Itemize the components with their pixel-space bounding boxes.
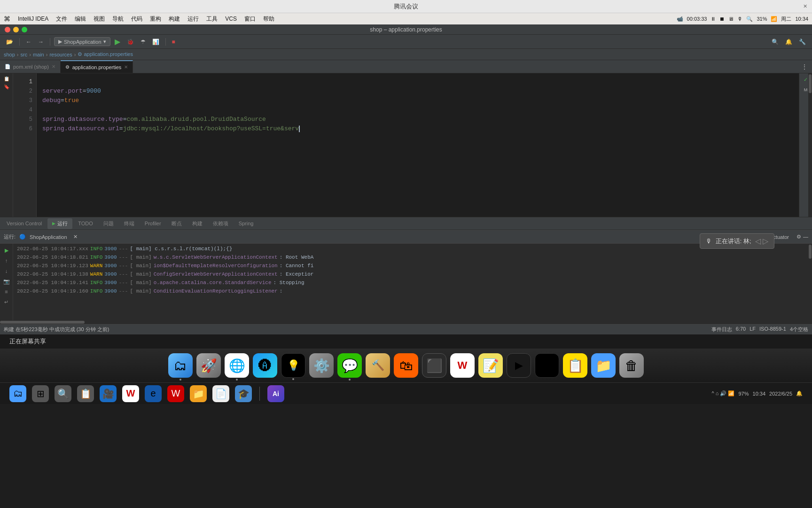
menu-view[interactable]: 视图 [94, 15, 105, 23]
search-icon[interactable]: 🔍 [746, 16, 753, 22]
taskbar-notification[interactable]: 🔔 [796, 390, 803, 397]
run-panel-close[interactable]: ✕ [71, 233, 80, 241]
dock-trash[interactable]: 🗑 [619, 353, 644, 378]
menu-idea[interactable]: IntelliJ IDEA [18, 16, 48, 22]
taskbar-search[interactable]: 🔍 [55, 385, 71, 402]
btab-build[interactable]: 构建 [187, 218, 207, 229]
run-settings-icon[interactable]: ⚙ [796, 234, 801, 240]
settings-button[interactable]: 🔔 [783, 38, 795, 46]
btab-run[interactable]: ▶ 运行 [47, 218, 72, 229]
run-scroll-down[interactable]: ↓ [2, 266, 11, 276]
taskbar-pdf[interactable]: 📄 [212, 385, 229, 402]
status-lf[interactable]: LF [750, 326, 756, 333]
stop-button[interactable]: ■ [170, 38, 178, 46]
taskbar-ie[interactable]: e [145, 385, 162, 402]
menu-help[interactable]: 帮助 [263, 15, 274, 23]
taskbar-wps[interactable]: W [122, 385, 139, 402]
log-area[interactable]: 2022-06-25 10:04:17.xxx INFO 3900 --- [ … [13, 244, 808, 320]
menu-run[interactable]: 运行 [187, 15, 199, 23]
tab-pom-close[interactable]: ✕ [52, 64, 55, 69]
bc-file[interactable]: ⚙ application.properties [78, 51, 133, 57]
dock-settings[interactable]: ⚙️ [309, 353, 334, 378]
status-encoding[interactable]: ISO-8859-1 [759, 326, 786, 333]
menu-edit[interactable]: 编辑 [75, 15, 86, 23]
nav-arrows[interactable]: ◁ ▷ [755, 237, 768, 246]
run-scrollbar-thumb[interactable] [809, 245, 812, 259]
scrollbar-thumb[interactable] [809, 74, 812, 93]
bookmark-icon[interactable]: 🔖 [3, 83, 10, 90]
menu-nav[interactable]: 导航 [112, 15, 124, 23]
bc-main[interactable]: main [33, 52, 44, 57]
vertical-scrollbar[interactable] [808, 73, 812, 217]
menu-build[interactable]: 构建 [169, 15, 180, 23]
menu-vcs[interactable]: VCS [225, 16, 237, 22]
taskbar-folder[interactable]: 📁 [190, 385, 207, 402]
dock-finder[interactable]: 🗂 [168, 353, 193, 378]
toolbar-back[interactable]: ← [23, 38, 34, 46]
menu-code[interactable]: 代码 [131, 15, 142, 23]
btab-todo[interactable]: TODO [73, 219, 98, 228]
btab-terminal[interactable]: 终端 [119, 218, 139, 229]
run-scrollbar[interactable] [808, 244, 812, 320]
structure-icon[interactable]: 📋 [3, 75, 10, 82]
apple-menu[interactable]: ⌘ [4, 15, 10, 23]
dock-wechat[interactable]: 💬 [337, 353, 362, 378]
profile-button[interactable]: 📊 [150, 38, 162, 46]
pause-icon[interactable]: ⏸ [710, 16, 716, 22]
dock-files[interactable]: 📁 [591, 353, 616, 378]
run-play-button[interactable]: ▶ [2, 246, 11, 255]
toolbar-forward[interactable]: → [36, 38, 46, 46]
menu-window[interactable]: 窗口 [244, 15, 256, 23]
btab-breakpoints[interactable]: 断点 [167, 218, 187, 229]
taskbar-grid[interactable]: ⊞ [32, 385, 49, 402]
tab-properties[interactable]: ⚙ application.properties ✕ [61, 60, 133, 73]
run-wrap-button[interactable]: ↵ [2, 297, 11, 307]
dock-launchpad[interactable]: 🚀 [196, 353, 221, 378]
run-filter-button[interactable]: ≡ [2, 287, 11, 296]
maximize-button[interactable] [22, 27, 27, 32]
dock-cursor-app[interactable]: ▶ [507, 353, 531, 378]
tab-pom[interactable]: 📄 pom.xml (shop) ✕ [0, 60, 61, 73]
taskbar-edu[interactable]: 🎓 [235, 385, 252, 402]
meeting-bar-btn[interactable]: ✕ [803, 3, 807, 9]
dock-miro[interactable]: 📋 [563, 353, 587, 378]
btab-profiler[interactable]: Profiler [140, 219, 166, 228]
scrollbar-h-thumb[interactable] [0, 321, 85, 324]
debug-button[interactable]: 🐞 [125, 38, 136, 46]
bc-shop[interactable]: shop [4, 52, 15, 57]
taskbar-wps2[interactable]: W [167, 385, 184, 402]
run-config-selector[interactable]: ▶ ShopApplication ▾ [54, 37, 110, 46]
tab-properties-close[interactable]: ✕ [124, 64, 128, 70]
run-button[interactable]: ▶ [112, 36, 123, 47]
btab-problems[interactable]: 问题 [99, 218, 118, 229]
bc-src[interactable]: src [21, 52, 28, 57]
btab-dependencies[interactable]: 依赖项 [208, 218, 233, 229]
bc-resources[interactable]: resources [49, 52, 72, 57]
dock-wps-browser[interactable]: W [450, 353, 475, 378]
toolbar-folder[interactable]: 📂 [4, 38, 16, 46]
run-camera-button[interactable]: 📷 [2, 277, 11, 286]
btab-spring[interactable]: Spring [234, 219, 258, 228]
taskbar-finder[interactable]: 🗂 [9, 385, 26, 402]
taskbar-task[interactable]: 📋 [77, 385, 94, 402]
status-indent[interactable]: 4个空格 [790, 326, 808, 333]
dock-notes[interactable]: 📝 [478, 353, 503, 378]
run-minimize-icon[interactable]: — [803, 234, 808, 240]
taskbar-meeting[interactable]: 🎥 [100, 385, 117, 402]
dock-idea[interactable]: 💡 [281, 353, 305, 378]
close-button[interactable] [5, 27, 10, 32]
git-button[interactable]: 🔧 [796, 38, 808, 46]
stop-icon[interactable]: ⏹ [719, 16, 725, 22]
menu-refactor[interactable]: 重构 [150, 15, 161, 23]
dock-datagrip[interactable]: 🗄 [535, 353, 559, 378]
taskbar-ai[interactable]: Ai [267, 385, 284, 402]
coverage-button[interactable]: ☂ [138, 38, 148, 46]
btab-version-control[interactable]: Version Control [2, 219, 47, 228]
dock-terminal[interactable]: ⬛ [422, 353, 446, 378]
search-button[interactable]: 🔍 [769, 38, 781, 46]
code-editor[interactable]: server.port=9000 debug=true spring.datas… [37, 73, 799, 217]
dock-taobao[interactable]: 🛍 [394, 353, 418, 378]
dock-xcode-like[interactable]: 🔨 [366, 353, 390, 378]
horizontal-scrollbar[interactable] [0, 320, 812, 324]
menu-file[interactable]: 文件 [56, 15, 67, 23]
